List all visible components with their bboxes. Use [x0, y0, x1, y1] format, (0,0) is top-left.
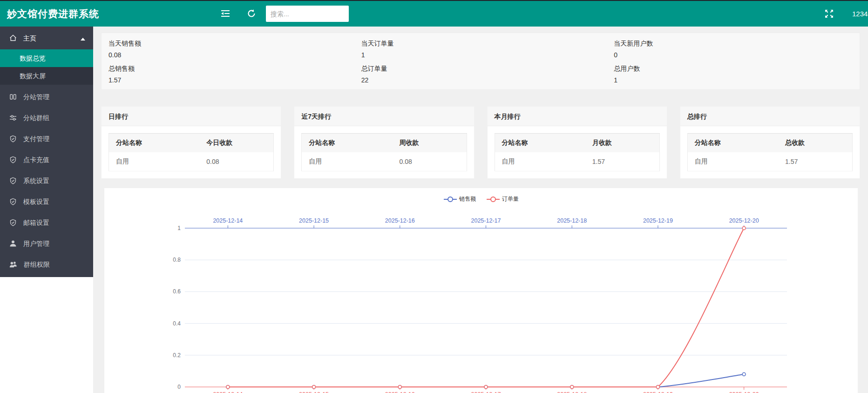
stat-col-users: 当天新用户数 0 总用户数 1: [607, 33, 860, 89]
sidebar-item-data-screen[interactable]: 数据大屏: [0, 67, 93, 85]
svg-text:2025-12-17: 2025-12-17: [471, 217, 501, 224]
svg-text:2025-12-16: 2025-12-16: [385, 391, 415, 393]
stat-label: 当天销售额: [108, 40, 347, 48]
stat-label: 总订单量: [361, 65, 600, 73]
rank-col-header: 分站名称: [302, 134, 393, 153]
table-row: 自用 0.08: [302, 152, 467, 171]
stat-label: 总销售额: [108, 65, 347, 73]
sliders-icon: [9, 115, 19, 123]
sidebar-item-substation-groups[interactable]: 分站群组: [0, 108, 93, 129]
stat-value: 1.57: [108, 76, 347, 84]
svg-text:2025-12-14: 2025-12-14: [213, 217, 243, 224]
rank-card-monthly: 本月排行 分站名称 月收款 自用 1.57: [487, 106, 667, 179]
rank-card-title: 总排行: [680, 107, 860, 126]
rank-table: 分站名称 总收款 自用 1.57: [687, 133, 853, 171]
legend-item-orders[interactable]: 订单量: [486, 195, 519, 203]
shield-check-icon: [9, 157, 19, 165]
svg-text:2025-12-15: 2025-12-15: [299, 217, 329, 224]
sidebar-item-template-settings[interactable]: 模板设置: [0, 191, 93, 212]
sidebar-item-data-overview[interactable]: 数据总览: [0, 49, 93, 67]
legend-label: 订单量: [502, 195, 519, 203]
main-content: 当天销售额 0.08 总销售额 1.57 当天订单量 1 总订单量 22 当天新…: [93, 27, 868, 393]
sales-chart-card: 销售额 订单量 00.20.40.60.812025-12-142025-12-…: [104, 188, 858, 393]
search-input[interactable]: [266, 6, 349, 22]
stat-value: 0: [614, 51, 853, 59]
svg-text:2025-12-14: 2025-12-14: [213, 391, 243, 393]
rank-card-weekly: 近7天排行 分站名称 周收款 自用 0.08: [294, 106, 474, 179]
shield-check-icon: [9, 220, 19, 228]
rank-cell-name: 自用: [302, 152, 393, 171]
rank-col-header: 分站名称: [495, 134, 585, 153]
rankings-row: 日排行 分站名称 今日收款 自用 0.08 近7天排行: [101, 106, 860, 179]
shield-check-icon: [9, 199, 19, 207]
window-top-edge: [0, 0, 868, 1]
sidebar-menu-list: 分站管理 分站群组 支付管理: [0, 87, 93, 275]
rank-col-header: 分站名称: [109, 134, 200, 153]
rank-card-total: 总排行 分站名称 总收款 自用 1.57: [680, 106, 860, 179]
sidebar-item-mailbox-settings[interactable]: 邮箱设置: [0, 212, 93, 233]
rank-col-header: 今日收款: [199, 134, 273, 153]
rank-cell-name: 自用: [495, 152, 585, 171]
svg-text:0.2: 0.2: [173, 352, 181, 359]
username-menu[interactable]: 12345: [852, 1, 868, 27]
shield-check-icon: [9, 178, 19, 186]
chart-legend: 销售额 订单量: [104, 195, 858, 203]
sidebar-item-label: 主页: [23, 34, 36, 42]
legend-label: 销售额: [459, 195, 476, 203]
stat-label: 当天新用户数: [614, 40, 853, 48]
rank-table: 分站名称 周收款 自用 0.08: [301, 133, 467, 171]
svg-text:2025-12-16: 2025-12-16: [385, 217, 415, 224]
rank-cell-name: 自用: [109, 152, 200, 171]
stat-value: 0.08: [108, 51, 347, 59]
sidebar-item-payment-mgmt[interactable]: 支付管理: [0, 129, 93, 149]
sidebar-item-group-permissions[interactable]: 群组权限: [0, 254, 93, 275]
sidebar-item-home[interactable]: 主页: [0, 27, 93, 49]
rank-card-title: 近7天排行: [294, 107, 474, 126]
sidebar-item-card-recharge[interactable]: 点卡充值: [0, 149, 93, 170]
stats-panel: 当天销售额 0.08 总销售额 1.57 当天订单量 1 总订单量 22 当天新…: [101, 33, 860, 90]
rank-col-header: 总收款: [778, 134, 852, 153]
rank-table: 分站名称 月收款 自用 1.57: [495, 133, 660, 171]
svg-text:0.4: 0.4: [173, 320, 181, 327]
rank-card-title: 日排行: [102, 107, 281, 126]
legend-item-sales[interactable]: 销售额: [443, 195, 476, 203]
sidebar-item-system-settings[interactable]: 系统设置: [0, 170, 93, 191]
svg-text:2025-12-20: 2025-12-20: [729, 217, 759, 224]
rank-cell-name: 自用: [687, 152, 778, 171]
rank-col-header: 分站名称: [687, 134, 778, 153]
svg-text:0: 0: [177, 384, 181, 390]
columns-icon: [9, 95, 19, 102]
svg-text:2025-12-20: 2025-12-20: [729, 391, 759, 393]
rank-card-title: 本月排行: [488, 107, 667, 126]
rank-col-header: 周收款: [393, 134, 467, 153]
sidebar: 主页 数据总览 数据大屏 分站管理: [0, 27, 93, 277]
svg-text:2025-12-19: 2025-12-19: [643, 391, 673, 393]
rank-cell-value: 0.08: [199, 152, 273, 171]
svg-text:0.8: 0.8: [173, 257, 181, 263]
svg-text:2025-12-19: 2025-12-19: [643, 217, 673, 224]
stat-label: 总用户数: [614, 65, 853, 73]
rank-cell-value: 1.57: [778, 152, 852, 171]
svg-text:2025-12-15: 2025-12-15: [299, 391, 329, 393]
sidebar-item-substation-mgmt[interactable]: 分站管理: [0, 87, 93, 108]
svg-text:2025-12-17: 2025-12-17: [471, 391, 501, 393]
fullscreen-icon[interactable]: [825, 9, 834, 19]
line-chart: 00.20.40.60.812025-12-142025-12-152025-1…: [104, 188, 858, 393]
home-submenu: 数据总览 数据大屏: [0, 49, 93, 85]
rank-table: 分站名称 今日收款 自用 0.08: [108, 133, 274, 171]
rank-cell-value: 1.57: [585, 152, 659, 171]
collapse-menu-icon[interactable]: [221, 9, 230, 19]
svg-text:2025-12-18: 2025-12-18: [557, 217, 587, 224]
table-row: 自用 1.57: [495, 152, 659, 171]
shield-check-icon: [9, 136, 19, 144]
stat-value: 1: [361, 51, 600, 59]
chevron-up-icon: [81, 27, 85, 49]
sidebar-item-user-mgmt[interactable]: 用户管理: [0, 233, 93, 254]
app-header: 妙文馆付费进群系统 12345: [0, 1, 868, 27]
refresh-icon[interactable]: [247, 9, 257, 19]
stat-value: 22: [361, 76, 600, 84]
users-icon: [9, 262, 19, 270]
svg-text:0.6: 0.6: [173, 288, 181, 295]
stat-value: 1: [614, 76, 853, 84]
app-title: 妙文馆付费进群系统: [7, 1, 99, 27]
